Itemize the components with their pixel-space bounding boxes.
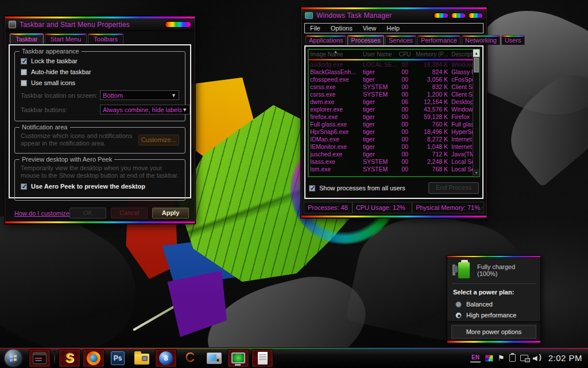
radio-button[interactable] (455, 312, 462, 319)
dialog-tab[interactable]: Toolbars (88, 33, 123, 44)
process-row[interactable]: IDMan.exe tiger 00 8,272 K Internet ... (308, 135, 479, 143)
group-label: Taskbar appearance (20, 48, 82, 55)
checkbox[interactable] (21, 80, 27, 86)
scroll-down-icon[interactable]: ▼ (473, 169, 479, 177)
checkbox[interactable] (21, 58, 27, 64)
select-power-plan-label: Select a power plan: (447, 284, 540, 299)
process-memory: 8,272 K (413, 136, 450, 143)
process-row[interactable]: dwm.exe tiger 06 12,164 K Desktop ... (308, 98, 479, 105)
dialog-titlebar[interactable]: Taskbar and Start Menu Properties (5, 18, 195, 31)
process-row[interactable]: HprSnap6.exe tiger 00 18,496 K HyperSnap (308, 128, 479, 135)
power-rainbow-bottom (447, 341, 540, 343)
process-list[interactable]: ▲ Image Name User Name CPU Memory (P... … (308, 49, 480, 177)
dialog-tab[interactable]: Taskbar (10, 33, 44, 44)
process-name: lsass.exe (308, 158, 361, 165)
minimize-icon[interactable] (434, 13, 448, 18)
taskbar-item-ccleaner[interactable]: C (180, 350, 200, 367)
taskman-tab[interactable]: Networking (462, 35, 500, 45)
taskman-tab[interactable]: Processes (347, 35, 384, 45)
close-icon[interactable] (165, 21, 191, 28)
taskbar-item-style[interactable]: S (59, 350, 80, 367)
close-icon[interactable] (468, 13, 483, 18)
process-list-header[interactable]: ▲ Image Name User Name CPU Memory (P... … (308, 49, 479, 59)
more-power-options-button[interactable]: More power options (451, 325, 536, 339)
menu-item[interactable]: View (358, 25, 382, 32)
checkbox-row[interactable]: Use small icons (21, 79, 179, 86)
scrollbar[interactable]: ▲ ▼ (473, 49, 479, 177)
taskman-tab[interactable]: Performance (417, 35, 461, 45)
process-row[interactable]: csrss.exe SYSTEM 00 832 K Client Ser... (308, 83, 479, 90)
scrollbar-thumb[interactable] (474, 57, 479, 72)
taskman-titlebar[interactable]: Windows Task Manager (301, 9, 486, 22)
process-row[interactable]: firefox.exe tiger 00 59,128 K Firefox (308, 113, 479, 120)
apply-button[interactable]: Apply (152, 208, 189, 218)
resize-grip[interactable]: ⋰ (478, 207, 483, 212)
checkbox[interactable] (21, 69, 27, 75)
process-row[interactable]: Full glass.exe tiger 00 760 K Full glass… (308, 120, 479, 128)
column-header-user-name[interactable]: User Name (361, 51, 397, 59)
taskbar-item-photoshop[interactable]: Ps (107, 350, 128, 367)
taskman-tab[interactable]: Applications (305, 35, 346, 45)
volume-icon[interactable] (533, 354, 541, 362)
menu-item[interactable]: Options (326, 25, 358, 32)
sort-ascending-icon: ▲ (334, 49, 338, 53)
menu-item[interactable]: Help (381, 25, 405, 32)
process-row[interactable]: audiodg.exe LOCAL SE... 00 16,384 K Wind… (308, 60, 479, 68)
dialog-tab[interactable]: Start Menu (45, 33, 87, 44)
checkbox[interactable] (21, 183, 27, 190)
taskbar-item-document[interactable] (252, 350, 273, 367)
column-header-cpu[interactable]: CPU (397, 51, 413, 59)
aero-checkbox-row[interactable]: Use Aero Peek to preview the desktop (21, 183, 179, 190)
battery-status-row: Fully charged (100%) (447, 256, 540, 283)
action-center-flag-icon[interactable]: ⚑ (498, 354, 505, 362)
taskbar-properties-dialog: Taskbar and Start Menu Properties Taskba… (5, 16, 195, 224)
checkbox[interactable] (309, 185, 315, 191)
taskbar-clock[interactable]: 2:02 PM (548, 353, 582, 363)
network-icon[interactable] (520, 355, 528, 361)
ok-button[interactable]: OK (69, 208, 106, 218)
process-row[interactable]: cfosspeed.exe tiger 00 3,056 K cFosSpee.… (308, 75, 479, 83)
process-row[interactable]: csrss.exe SYSTEM 00 1,200 K Client Ser..… (308, 90, 479, 98)
power-plan-option[interactable]: Balanced (447, 299, 540, 310)
process-row[interactable]: explorer.exe tiger 00 43,576 K Windows .… (308, 105, 479, 113)
taskman-tab[interactable]: Services (385, 35, 416, 45)
checkbox-row[interactable]: Auto-hide the taskbar (21, 68, 179, 75)
process-row[interactable]: IEMonitor.exe tiger 00 1,048 K Internet … (308, 143, 479, 150)
taskbar-buttons-dropdown[interactable]: Always combine, hide labels ▼ (100, 105, 190, 114)
process-row[interactable]: jusched.exe tiger 00 712 K Java(TM) ... (308, 150, 479, 158)
cancel-button[interactable]: Cancel (111, 208, 148, 218)
process-memory: 3,056 K (413, 76, 450, 83)
checkbox-row[interactable]: Lock the taskbar (21, 57, 179, 64)
taskman-tab[interactable]: Users (501, 35, 525, 45)
power-button-area: More power options (447, 321, 540, 341)
processes-panel: ▲ Image Name User Name CPU Memory (P... … (304, 45, 483, 199)
maximize-icon[interactable] (451, 13, 466, 18)
taskbar-item-firefox[interactable] (83, 350, 104, 367)
start-button[interactable] (5, 350, 22, 367)
process-row[interactable]: lsm.exe SYSTEM 00 768 K Local Ses... (308, 165, 479, 172)
scroll-up-icon[interactable]: ▲ (473, 49, 479, 57)
process-row[interactable]: lsass.exe SYSTEM 00 2,248 K Local Sec... (308, 158, 479, 165)
taskbar-item-folder[interactable] (131, 350, 152, 367)
column-header-memory[interactable]: Memory (P... (413, 51, 450, 59)
power-plan-option[interactable]: High performance (447, 310, 540, 321)
taskbar-item-media[interactable]: 8 (156, 350, 176, 367)
taskbar-item-monitor[interactable] (228, 350, 249, 367)
process-cpu: 00 (397, 76, 413, 83)
end-process-button[interactable]: End Process (428, 182, 479, 194)
process-row[interactable]: BlackGlassEnh... tiger 00 824 K Glassy L… (308, 68, 479, 75)
language-indicator[interactable]: EN (470, 354, 481, 363)
taskbar-separator (54, 351, 55, 366)
process-memory: 2,248 K (413, 158, 450, 165)
clipboard-icon[interactable] (509, 354, 516, 362)
taskbar-appearance-group: Taskbar appearance Lock the taskbar Auto… (14, 51, 185, 121)
customize-button[interactable]: Customize... (138, 135, 179, 145)
taskbar-location-dropdown[interactable]: Bottom ▼ (100, 90, 179, 100)
process-memory: 59,128 K (413, 113, 450, 120)
menu-item[interactable]: File (305, 25, 326, 32)
radio-button[interactable] (455, 301, 462, 308)
taskbar-item-console[interactable] (29, 350, 50, 367)
rainbow-swatch-icon[interactable] (485, 355, 493, 362)
document-icon (258, 352, 268, 365)
taskbar-item-snapshot[interactable] (204, 350, 225, 367)
